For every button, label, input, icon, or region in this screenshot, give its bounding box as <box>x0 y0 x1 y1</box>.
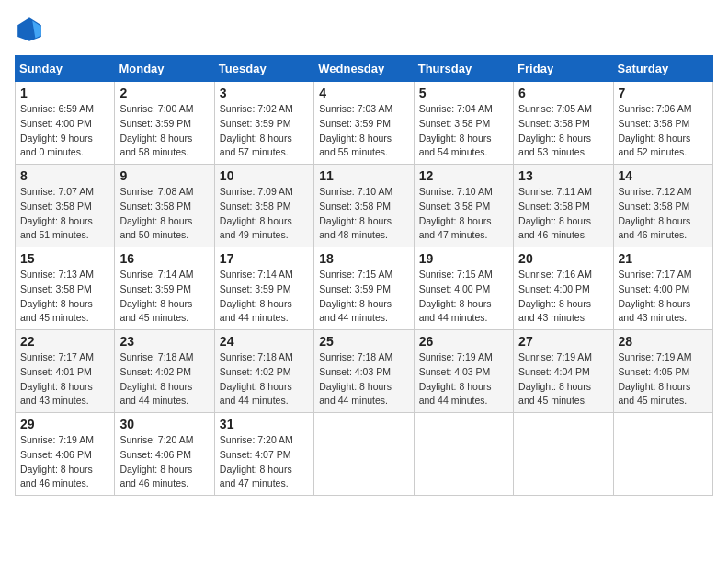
calendar-cell: 12 Sunrise: 7:10 AM Sunset: 3:58 PM Dayl… <box>414 165 513 247</box>
day-info: Sunrise: 7:10 AM Sunset: 3:58 PM Dayligh… <box>319 185 408 243</box>
day-info: Sunrise: 7:18 AM Sunset: 4:02 PM Dayligh… <box>220 350 309 408</box>
calendar-week-row: 15 Sunrise: 7:13 AM Sunset: 3:58 PM Dayl… <box>16 247 713 330</box>
day-info: Sunrise: 7:00 AM Sunset: 3:59 PM Dayligh… <box>119 102 209 160</box>
day-number: 31 <box>220 417 309 431</box>
calendar-cell: 15 Sunrise: 7:13 AM Sunset: 3:58 PM Dayl… <box>16 247 115 330</box>
calendar-cell: 21 Sunrise: 7:17 AM Sunset: 4:00 PM Dayl… <box>613 247 712 330</box>
day-number: 5 <box>419 86 508 100</box>
day-number: 8 <box>20 168 109 183</box>
calendar-cell: 26 Sunrise: 7:19 AM Sunset: 4:03 PM Dayl… <box>414 330 513 413</box>
day-number: 23 <box>119 334 209 349</box>
calendar-cell: 18 Sunrise: 7:15 AM Sunset: 3:59 PM Dayl… <box>314 247 414 330</box>
day-number: 17 <box>220 251 309 266</box>
day-info: Sunrise: 7:02 AM Sunset: 3:59 PM Dayligh… <box>220 102 309 160</box>
calendar-cell: 16 Sunrise: 7:14 AM Sunset: 3:59 PM Dayl… <box>115 247 214 330</box>
calendar-cell: 7 Sunrise: 7:06 AM Sunset: 3:58 PM Dayli… <box>613 82 712 165</box>
calendar-cell: 14 Sunrise: 7:12 AM Sunset: 3:58 PM Dayl… <box>613 165 712 247</box>
day-number: 28 <box>619 334 708 349</box>
calendar-cell: 27 Sunrise: 7:19 AM Sunset: 4:04 PM Dayl… <box>514 330 613 413</box>
day-info: Sunrise: 7:09 AM Sunset: 3:58 PM Dayligh… <box>220 185 309 243</box>
weekday-header-monday: Monday <box>115 56 214 82</box>
day-info: Sunrise: 7:10 AM Sunset: 3:58 PM Dayligh… <box>419 185 508 243</box>
logo-icon <box>15 15 44 44</box>
day-number: 29 <box>20 417 109 431</box>
day-info: Sunrise: 7:19 AM Sunset: 4:04 PM Dayligh… <box>518 350 608 408</box>
calendar-week-row: 8 Sunrise: 7:07 AM Sunset: 3:58 PM Dayli… <box>16 165 713 247</box>
logo <box>15 15 48 44</box>
calendar-cell: 13 Sunrise: 7:11 AM Sunset: 3:58 PM Dayl… <box>514 165 613 247</box>
day-info: Sunrise: 7:05 AM Sunset: 3:58 PM Dayligh… <box>518 102 608 160</box>
calendar-table: SundayMondayTuesdayWednesdayThursdayFrid… <box>15 55 713 496</box>
calendar-cell <box>414 413 513 496</box>
day-info: Sunrise: 7:14 AM Sunset: 3:59 PM Dayligh… <box>119 268 209 326</box>
calendar-cell: 31 Sunrise: 7:20 AM Sunset: 4:07 PM Dayl… <box>214 413 313 496</box>
day-number: 10 <box>220 168 309 183</box>
day-number: 14 <box>619 168 708 183</box>
day-number: 30 <box>119 417 209 431</box>
day-number: 22 <box>20 334 109 349</box>
calendar-cell: 19 Sunrise: 7:15 AM Sunset: 4:00 PM Dayl… <box>414 247 513 330</box>
day-info: Sunrise: 7:18 AM Sunset: 4:02 PM Dayligh… <box>119 350 209 408</box>
day-number: 26 <box>419 334 508 349</box>
calendar-cell: 1 Sunrise: 6:59 AM Sunset: 4:00 PM Dayli… <box>16 82 115 165</box>
day-info: Sunrise: 7:14 AM Sunset: 3:59 PM Dayligh… <box>220 268 309 326</box>
calendar-cell: 8 Sunrise: 7:07 AM Sunset: 3:58 PM Dayli… <box>16 165 115 247</box>
day-number: 4 <box>319 86 408 100</box>
day-info: Sunrise: 7:03 AM Sunset: 3:59 PM Dayligh… <box>319 102 408 160</box>
day-info: Sunrise: 7:16 AM Sunset: 4:00 PM Dayligh… <box>518 268 608 326</box>
calendar-cell <box>514 413 613 496</box>
day-number: 3 <box>220 86 309 100</box>
day-info: Sunrise: 7:08 AM Sunset: 3:58 PM Dayligh… <box>119 185 209 243</box>
day-info: Sunrise: 7:06 AM Sunset: 3:58 PM Dayligh… <box>619 102 708 160</box>
day-info: Sunrise: 7:04 AM Sunset: 3:58 PM Dayligh… <box>419 102 508 160</box>
calendar-cell: 23 Sunrise: 7:18 AM Sunset: 4:02 PM Dayl… <box>115 330 214 413</box>
day-info: Sunrise: 7:17 AM Sunset: 4:00 PM Dayligh… <box>619 268 708 326</box>
weekday-header-tuesday: Tuesday <box>214 56 313 82</box>
weekday-header-sunday: Sunday <box>16 56 115 82</box>
weekday-header-thursday: Thursday <box>414 56 513 82</box>
day-number: 2 <box>119 86 209 100</box>
calendar-week-row: 29 Sunrise: 7:19 AM Sunset: 4:06 PM Dayl… <box>16 413 713 496</box>
day-number: 1 <box>20 86 109 100</box>
calendar-cell: 11 Sunrise: 7:10 AM Sunset: 3:58 PM Dayl… <box>314 165 414 247</box>
day-info: Sunrise: 7:20 AM Sunset: 4:07 PM Dayligh… <box>220 433 309 491</box>
day-number: 7 <box>619 86 708 100</box>
day-info: Sunrise: 7:19 AM Sunset: 4:05 PM Dayligh… <box>619 350 708 408</box>
day-info: Sunrise: 6:59 AM Sunset: 4:00 PM Dayligh… <box>20 102 109 160</box>
calendar-cell: 9 Sunrise: 7:08 AM Sunset: 3:58 PM Dayli… <box>115 165 214 247</box>
page-header <box>15 15 713 44</box>
calendar-header-row: SundayMondayTuesdayWednesdayThursdayFrid… <box>16 56 713 82</box>
calendar-cell: 6 Sunrise: 7:05 AM Sunset: 3:58 PM Dayli… <box>514 82 613 165</box>
day-info: Sunrise: 7:12 AM Sunset: 3:58 PM Dayligh… <box>619 185 708 243</box>
calendar-cell <box>613 413 712 496</box>
day-info: Sunrise: 7:15 AM Sunset: 4:00 PM Dayligh… <box>419 268 508 326</box>
day-number: 25 <box>319 334 408 349</box>
day-number: 19 <box>419 251 508 266</box>
day-number: 15 <box>20 251 109 266</box>
day-number: 20 <box>518 251 608 266</box>
calendar-cell: 2 Sunrise: 7:00 AM Sunset: 3:59 PM Dayli… <box>115 82 214 165</box>
day-info: Sunrise: 7:17 AM Sunset: 4:01 PM Dayligh… <box>20 350 109 408</box>
weekday-header-friday: Friday <box>514 56 613 82</box>
day-info: Sunrise: 7:13 AM Sunset: 3:58 PM Dayligh… <box>20 268 109 326</box>
day-info: Sunrise: 7:07 AM Sunset: 3:58 PM Dayligh… <box>20 185 109 243</box>
calendar-cell: 29 Sunrise: 7:19 AM Sunset: 4:06 PM Dayl… <box>16 413 115 496</box>
calendar-cell: 3 Sunrise: 7:02 AM Sunset: 3:59 PM Dayli… <box>214 82 313 165</box>
weekday-header-saturday: Saturday <box>613 56 712 82</box>
calendar-cell: 10 Sunrise: 7:09 AM Sunset: 3:58 PM Dayl… <box>214 165 313 247</box>
day-number: 21 <box>619 251 708 266</box>
calendar-cell: 30 Sunrise: 7:20 AM Sunset: 4:06 PM Dayl… <box>115 413 214 496</box>
day-info: Sunrise: 7:19 AM Sunset: 4:06 PM Dayligh… <box>20 433 109 491</box>
calendar-week-row: 22 Sunrise: 7:17 AM Sunset: 4:01 PM Dayl… <box>16 330 713 413</box>
calendar-cell: 5 Sunrise: 7:04 AM Sunset: 3:58 PM Dayli… <box>414 82 513 165</box>
day-info: Sunrise: 7:19 AM Sunset: 4:03 PM Dayligh… <box>419 350 508 408</box>
day-number: 13 <box>518 168 608 183</box>
day-number: 16 <box>119 251 209 266</box>
day-number: 9 <box>119 168 209 183</box>
day-info: Sunrise: 7:18 AM Sunset: 4:03 PM Dayligh… <box>319 350 408 408</box>
calendar-cell: 28 Sunrise: 7:19 AM Sunset: 4:05 PM Dayl… <box>613 330 712 413</box>
day-number: 24 <box>220 334 309 349</box>
day-number: 11 <box>319 168 408 183</box>
weekday-header-wednesday: Wednesday <box>314 56 414 82</box>
day-number: 18 <box>319 251 408 266</box>
